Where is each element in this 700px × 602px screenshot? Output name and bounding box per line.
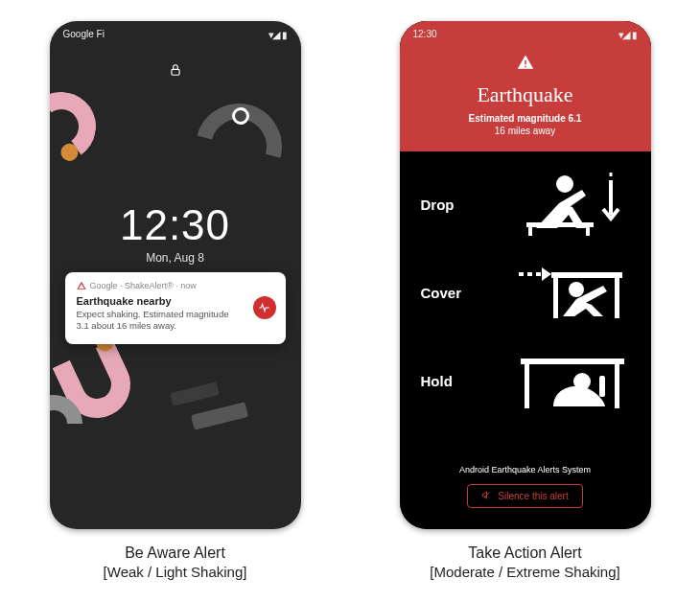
svg-rect-9: [521, 359, 624, 364]
battery-icon: ▮: [632, 30, 638, 40]
caption-sub: [Weak / Light Shaking]: [104, 564, 247, 580]
svg-point-1: [556, 175, 573, 193]
mute-icon: [481, 490, 492, 502]
take-action-column: 12:30 ▾◢ ▮ Earthquake Estimated magnitud…: [400, 21, 651, 580]
svg-rect-3: [586, 226, 590, 236]
status-bar: Google Fi ▾◢ ▮: [50, 29, 301, 41]
deco-arc-gray: [179, 88, 297, 206]
cover-icon: [515, 259, 630, 326]
signal-icon: ▾◢: [618, 29, 628, 41]
carrier-label: Google Fi: [63, 29, 105, 41]
status-time: 12:30: [413, 29, 437, 41]
svg-rect-7: [615, 278, 619, 318]
status-icons: ▾◢ ▮: [268, 29, 288, 41]
caption-title: Take Action Alert: [430, 544, 619, 562]
be-aware-column: Google Fi ▾◢ ▮: [50, 21, 301, 580]
svg-rect-10: [525, 364, 529, 408]
warning-triangle-icon: [77, 281, 86, 290]
shake-alert-notification[interactable]: Google · ShakeAlert® · now Earthquake ne…: [65, 272, 286, 344]
svg-point-8: [569, 282, 584, 297]
step-label: Cover: [421, 285, 462, 301]
status-icons: ▾◢ ▮: [618, 29, 638, 41]
alert-title: Earthquake: [409, 82, 642, 107]
lock-time: 12:30: [50, 201, 301, 249]
svg-rect-5: [551, 272, 622, 278]
battery-icon: ▮: [282, 30, 288, 40]
caption-be-aware: Be Aware Alert [Weak / Light Shaking]: [104, 544, 247, 580]
warning-triangle-icon: [409, 54, 642, 75]
caption-sub: [Moderate / Extreme Shaking]: [430, 564, 619, 580]
notification-title: Earthquake nearby: [77, 295, 244, 307]
step-hold: Hold: [421, 343, 630, 418]
phone-be-aware: Google Fi ▾◢ ▮: [50, 21, 301, 529]
deco-arc-pink-top: [50, 86, 102, 166]
svg-rect-6: [553, 278, 558, 318]
notification-body: Expect shaking. Estimated magnitude 3.1 …: [77, 309, 244, 333]
alert-magnitude: Estimated magnitude 6.1: [409, 113, 642, 124]
step-label: Hold: [421, 373, 453, 389]
silence-label: Silence this alert: [498, 491, 568, 501]
status-bar: 12:30 ▾◢ ▮: [400, 29, 651, 41]
deco-bar-dark: [170, 382, 220, 406]
alert-distance: 16 miles away: [409, 126, 642, 136]
hold-icon: [515, 347, 630, 414]
drop-icon: [515, 171, 630, 238]
caption-take-action: Take Action Alert [Moderate / Extreme Sh…: [430, 544, 619, 580]
deco-dot: [232, 107, 249, 125]
step-cover: Cover: [421, 255, 630, 330]
silence-alert-button[interactable]: Silence this alert: [467, 484, 582, 508]
seismic-pulse-icon: [253, 296, 276, 319]
phone-take-action: 12:30 ▾◢ ▮ Earthquake Estimated magnitud…: [400, 21, 651, 529]
lock-date: Mon, Aug 8: [50, 251, 301, 265]
lock-clock-block: 12:30 Mon, Aug 8: [50, 201, 301, 265]
signal-icon: ▾◢: [268, 29, 278, 41]
step-label: Drop: [421, 197, 455, 213]
caption-title: Be Aware Alert: [104, 544, 247, 562]
svg-rect-11: [615, 364, 619, 408]
svg-rect-13: [599, 376, 605, 397]
system-name: Android Earthquake Alerts System: [400, 465, 651, 475]
deco-bar-light: [190, 402, 247, 430]
step-drop: Drop: [421, 167, 630, 242]
svg-rect-0: [171, 69, 178, 75]
lock-icon: [169, 63, 182, 77]
notification-source: Google · ShakeAlert® · now: [90, 281, 197, 290]
svg-rect-2: [528, 226, 532, 236]
svg-rect-4: [526, 222, 594, 227]
